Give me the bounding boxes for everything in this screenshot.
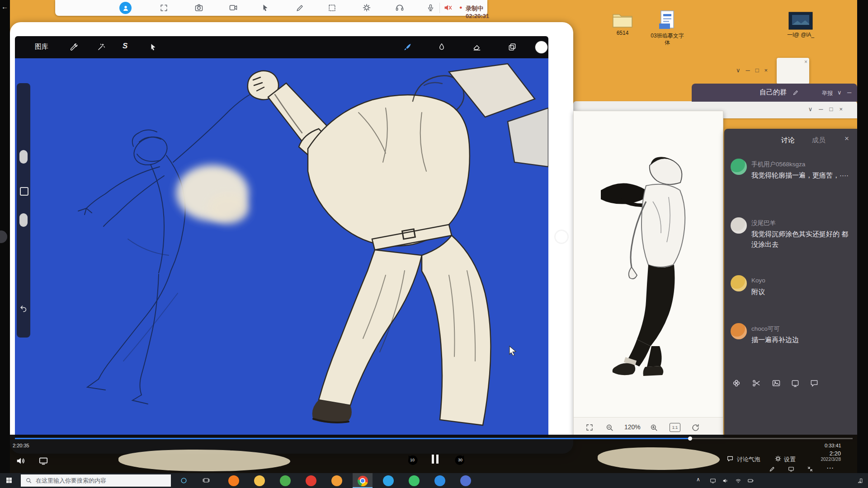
notification-center-icon[interactable] [856,477,864,484]
desktop-icon-image[interactable]: 一l@ @lA_ [781,12,820,38]
tray-battery-icon[interactable] [747,477,755,484]
chevron-down-icon[interactable]: ∨ [736,67,746,74]
taskbar-app-edge[interactable] [434,475,445,486]
brush-opacity-slider[interactable] [19,213,28,227]
eraser-tool-icon[interactable] [472,42,482,52]
rotate-icon[interactable] [690,422,700,432]
fullscreen-icon[interactable] [159,3,169,13]
speaker-muted-icon[interactable] [443,3,453,13]
background-window-controls[interactable]: ∨─□× [736,67,773,74]
tray-speaker-icon[interactable] [722,477,729,484]
taskbar-app-wechat[interactable] [409,475,420,486]
chat-bubble-icon[interactable] [809,378,819,388]
close-icon[interactable]: × [804,59,807,65]
floating-ring-button[interactable] [554,230,569,244]
task-view-icon[interactable] [202,476,211,485]
close-icon[interactable]: × [764,67,774,74]
desktop-icon-document[interactable]: 03班临摹文字体 [646,10,688,46]
close-icon[interactable]: × [839,106,849,113]
smudge-tool-icon[interactable] [437,42,447,52]
bubble-toggle-icon[interactable] [726,455,734,463]
drawing-canvas[interactable] [15,58,548,437]
tray-display-icon[interactable] [709,477,717,484]
image-icon[interactable] [771,378,781,388]
pause-button[interactable] [432,455,439,464]
settings-gear-icon[interactable] [774,455,782,463]
transform-arrow-icon[interactable] [148,42,158,52]
adjustments-wand-icon[interactable] [96,42,106,52]
progress-handle[interactable] [688,436,692,441]
maximize-icon[interactable]: □ [755,67,764,74]
bubble-toggle-label[interactable]: 讨论气泡 [737,455,760,464]
tab-members[interactable]: 成员 [812,136,826,145]
minimize-icon[interactable]: ─ [847,89,851,96]
screen-share-icon[interactable] [788,465,794,472]
taskbar-app-firefox[interactable] [228,475,239,486]
cursor-icon[interactable] [260,3,270,13]
modify-button[interactable] [20,187,28,196]
taskbar-app-chrome[interactable] [357,475,368,486]
emoticon-flower-icon[interactable] [731,378,741,388]
selection-tool[interactable]: S [123,42,127,51]
message-username: 没尾巴羊 [751,219,776,227]
more-icon[interactable]: ⋯ [826,464,834,472]
skip-forward-button[interactable]: 30 [454,454,467,466]
settings-label[interactable]: 设置 [784,455,796,464]
taskbar-app-red[interactable] [306,475,316,486]
zoom-in-icon[interactable] [649,422,659,432]
camera-icon[interactable] [194,3,204,13]
scissors-icon[interactable] [751,378,761,388]
actual-size-button[interactable]: 1:1 [670,423,680,432]
window-controls[interactable]: ∨─□× [808,106,849,113]
taskbar-app-files[interactable] [254,475,265,486]
actions-wrench-icon[interactable] [68,42,78,52]
back-arrow-icon[interactable]: ← [1,3,8,10]
region-select-icon[interactable] [327,3,337,13]
avatar [731,323,747,339]
player-progress-bar[interactable] [15,438,853,439]
taskbar-app-360[interactable] [280,475,291,486]
screenshot-icon[interactable] [790,378,800,388]
background-mini-window: × [777,58,809,84]
microphone-icon[interactable] [425,3,435,13]
tray-chevron-icon[interactable]: ∧ [696,476,700,483]
close-icon[interactable]: × [844,134,849,143]
annotate-pen-icon[interactable] [769,465,775,472]
screen-recorder-toolbar: ● 录制中02:20:31 [55,0,487,16]
taskbar-app-qq[interactable] [383,475,394,486]
gallery-button[interactable]: 图库 [35,42,48,51]
pen-icon[interactable] [295,3,305,13]
maximize-icon[interactable]: □ [830,106,840,113]
zoom-out-icon[interactable] [604,422,614,432]
minimize-icon[interactable]: ─ [819,106,829,113]
cortana-icon[interactable] [179,476,188,485]
brush-tool-icon[interactable] [402,42,412,52]
minimize-icon[interactable]: ─ [746,67,755,74]
zoom-level[interactable]: 120% [624,423,641,431]
chevron-down-icon[interactable]: ∨ [837,89,842,96]
skip-back-button[interactable]: 10 [406,454,419,466]
settings-gear-icon[interactable] [362,3,372,13]
taskbar-search-input[interactable]: 在这里输入你要搜索的内容 [21,474,171,487]
tab-discussion[interactable]: 讨论 [781,136,795,145]
taskbar-app-orange[interactable] [331,475,342,486]
fit-to-screen-icon[interactable] [585,422,594,432]
edit-pencil-icon[interactable] [792,89,799,96]
volume-icon[interactable] [15,455,26,466]
undo-icon[interactable] [19,304,28,314]
exit-fullscreen-icon[interactable] [807,465,813,472]
color-swatch[interactable] [535,41,547,53]
report-button[interactable]: 举报 [822,89,833,97]
start-button-icon[interactable] [5,476,14,485]
layers-icon[interactable] [507,42,517,52]
headset-icon[interactable] [395,3,405,13]
chevron-down-icon[interactable]: ∨ [808,106,819,113]
brush-size-slider[interactable] [19,150,28,164]
taskbar-app-blue[interactable] [460,475,471,486]
user-avatar[interactable] [119,2,132,14]
avatar [731,275,747,291]
desktop-icon-folder[interactable]: 6514 [603,12,642,37]
display-icon[interactable] [38,455,49,466]
screen-record-icon[interactable] [228,3,238,13]
tray-wifi-icon[interactable] [734,477,742,484]
